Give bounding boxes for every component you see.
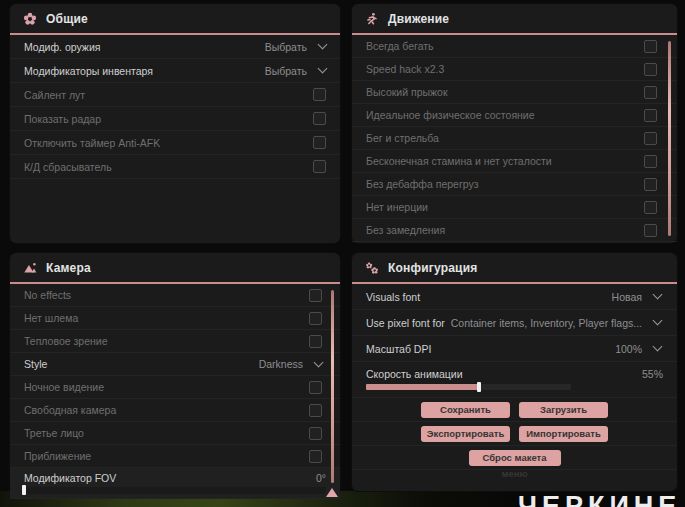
chevron-down-icon: [314, 357, 324, 367]
row-dpi-scale[interactable]: Масштаб DPI 100%: [352, 336, 677, 362]
dpi-scale-dropdown[interactable]: 100%: [615, 343, 661, 355]
checkbox[interactable]: [644, 86, 657, 99]
weapon-mods-dropdown[interactable]: Выбрать: [265, 41, 326, 53]
watermark-text: ЧЕРКИНЕ: [518, 491, 681, 507]
row-label: Бесконечная стамина и нет усталости: [366, 155, 552, 167]
chevron-down-icon: [653, 342, 663, 352]
row-no-inertia[interactable]: Нет инерции: [352, 196, 677, 219]
panel-general: Общие Модиф. оружия Выбрать Модификаторы…: [10, 4, 340, 243]
style-dropdown[interactable]: Darkness: [259, 358, 322, 370]
checkbox[interactable]: [313, 136, 326, 149]
row-label: Масштаб DPI: [366, 343, 431, 355]
checkbox[interactable]: [644, 224, 657, 237]
panel-title: Камера: [46, 261, 91, 275]
animation-speed-track[interactable]: [366, 384, 571, 390]
fov-slider-row[interactable]: Модификатор FOV 0°: [10, 468, 340, 499]
row-kd-reset[interactable]: К/Д сбрасыватель: [10, 155, 340, 179]
row-speed-hack[interactable]: Speed hack x2.3: [352, 58, 677, 81]
row-disable-afk-timer[interactable]: Отключить таймер Anti-AFK: [10, 131, 340, 155]
checkbox[interactable]: [644, 63, 657, 76]
row-label: Модификатор FOV: [24, 472, 116, 484]
panel-camera: Камера No effects Нет шлема Тепловое зре…: [10, 253, 340, 490]
row-label: Модиф. оружия: [24, 41, 100, 53]
row-no-helmet[interactable]: Нет шлема: [10, 307, 340, 330]
row-label: Свободная камера: [24, 404, 116, 416]
row-show-radar[interactable]: Показать радар: [10, 107, 340, 131]
row-label: Нет инерции: [366, 201, 428, 213]
row-inventory-mods[interactable]: Модификаторы инвентаря Выбрать: [10, 59, 340, 83]
row-label: Третье лицо: [24, 427, 84, 439]
row-third-person[interactable]: Третье лицо: [10, 422, 340, 445]
row-pixel-font[interactable]: Use pixel font for Container items, Inve…: [352, 310, 677, 336]
row-style[interactable]: Style Darkness: [10, 353, 340, 376]
resize-grip[interactable]: [326, 488, 338, 497]
fov-slider-track[interactable]: [24, 487, 326, 494]
scrollbar[interactable]: [331, 290, 334, 483]
row-visuals-font[interactable]: Visuals font Новая: [352, 284, 677, 310]
animation-speed-fill: [366, 384, 479, 390]
mod-menu-screen: ЧЕРКИНЕ Общие Модиф. оружия Выбрать Моди…: [0, 0, 685, 507]
dropdown-value: 100%: [615, 343, 642, 355]
row-infinite-stamina[interactable]: Бесконечная стамина и нет усталости: [352, 150, 677, 173]
export-button[interactable]: Экспортировать: [421, 426, 510, 442]
checkbox[interactable]: [644, 109, 657, 122]
dropdown-value: Darkness: [259, 358, 303, 370]
row-weapon-mods[interactable]: Модиф. оружия Выбрать: [10, 35, 340, 59]
row-label: Use pixel font for: [366, 317, 445, 329]
panel-camera-header[interactable]: Камера: [10, 253, 340, 284]
chevron-down-icon: [318, 40, 328, 50]
checkbox[interactable]: [309, 335, 322, 348]
row-label: Идеальное физическое состояние: [366, 109, 535, 121]
checkbox[interactable]: [313, 88, 326, 101]
checkbox[interactable]: [644, 201, 657, 214]
save-button[interactable]: Сохранить: [421, 402, 510, 418]
panel-config-header[interactable]: Конфигурация: [352, 253, 677, 284]
checkbox[interactable]: [309, 381, 322, 394]
panel-movement-header[interactable]: Движение: [352, 4, 677, 35]
checkbox[interactable]: [309, 427, 322, 440]
row-label: Speed hack x2.3: [366, 63, 444, 75]
pixel-font-dropdown[interactable]: Container items, Inventory, Player flags…: [451, 317, 661, 329]
visuals-font-dropdown[interactable]: Новая: [612, 291, 661, 303]
checkbox[interactable]: [309, 404, 322, 417]
row-label: Без замедления: [366, 224, 445, 236]
load-button[interactable]: Загрузить: [519, 402, 608, 418]
row-silent-loot[interactable]: Сайлент лут: [10, 83, 340, 107]
row-label: Ночное видение: [24, 381, 104, 393]
scrollbar[interactable]: [668, 41, 671, 236]
animation-speed-row[interactable]: Скорость анимации 55%: [352, 362, 677, 398]
checkbox[interactable]: [644, 132, 657, 145]
row-thermal-vision[interactable]: Тепловое зрение: [10, 330, 340, 353]
row-free-camera[interactable]: Свободная камера: [10, 399, 340, 422]
row-no-effects[interactable]: No effects: [10, 284, 340, 307]
fov-slider-thumb[interactable]: [22, 485, 26, 495]
checkbox[interactable]: [313, 112, 326, 125]
image-icon: [23, 261, 37, 275]
row-label: Style: [24, 358, 47, 370]
row-run-and-shoot[interactable]: Бег и стрельба: [352, 127, 677, 150]
row-always-run[interactable]: Всегда бегать: [352, 35, 677, 58]
row-perfect-condition[interactable]: Идеальное физическое состояние: [352, 104, 677, 127]
animation-speed-thumb[interactable]: [477, 382, 481, 392]
checkbox[interactable]: [309, 289, 322, 302]
row-high-jump[interactable]: Высокий прыжок: [352, 81, 677, 104]
checkbox[interactable]: [644, 155, 657, 168]
row-label: Показать радар: [24, 113, 101, 125]
checkbox[interactable]: [313, 160, 326, 173]
animation-speed-value: 55%: [642, 368, 663, 380]
chevron-down-icon: [653, 290, 663, 300]
checkbox[interactable]: [644, 178, 657, 191]
panel-general-header[interactable]: Общие: [10, 4, 340, 35]
inventory-mods-dropdown[interactable]: Выбрать: [265, 65, 326, 77]
checkbox[interactable]: [309, 312, 322, 325]
row-zoom[interactable]: Приближение: [10, 445, 340, 468]
checkbox[interactable]: [644, 40, 657, 53]
dropdown-value: Выбрать: [265, 65, 307, 77]
panel-title: Конфигурация: [388, 261, 477, 275]
row-no-overload-debuff[interactable]: Без дебаффа перегруз: [352, 173, 677, 196]
import-button[interactable]: Импортировать: [519, 426, 608, 442]
checkbox[interactable]: [309, 450, 322, 463]
row-no-slowdown[interactable]: Без замедления: [352, 219, 677, 242]
reset-menu-layout-button[interactable]: Сброс макета меню: [469, 450, 561, 466]
row-night-vision[interactable]: Ночное видение: [10, 376, 340, 399]
